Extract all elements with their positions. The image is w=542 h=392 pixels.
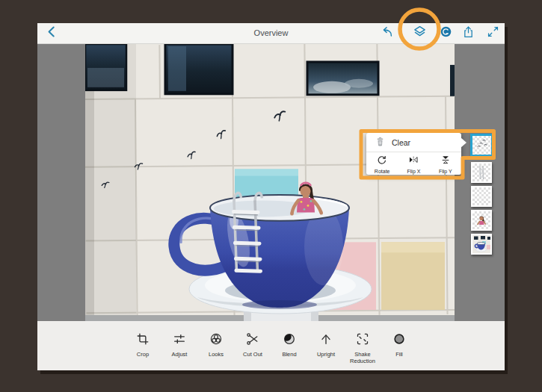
rotate-button[interactable]: Rotate — [366, 155, 398, 175]
app-window: Overview — [37, 23, 505, 370]
adjust-icon — [173, 332, 186, 349]
layer-thumbnail-ladder[interactable] — [471, 162, 492, 183]
undo-icon — [381, 25, 394, 42]
fullscreen-button[interactable] — [483, 23, 502, 43]
tool-crop[interactable]: Crop — [128, 332, 158, 370]
tool-fill[interactable]: Fill — [384, 332, 414, 370]
cut-out-icon — [246, 332, 259, 349]
flip-x-button[interactable]: Flip X — [398, 155, 429, 175]
flip-x-label: Flip X — [407, 169, 421, 174]
creative-cloud-button[interactable] — [436, 23, 455, 43]
tool-cut-out[interactable]: Cut Out — [238, 332, 268, 370]
layer-thumbnail-birds[interactable] — [470, 134, 493, 157]
flip-y-label: Flip Y — [439, 169, 452, 174]
fill-icon — [392, 332, 406, 349]
rotate-label: Rotate — [375, 169, 390, 174]
flip-x-icon — [408, 155, 419, 168]
blend-icon — [283, 332, 296, 349]
clear-label: Clear — [392, 138, 410, 147]
layer-thumbnail-background[interactable] — [471, 234, 492, 255]
share-icon — [462, 25, 475, 42]
tool-shake-reduction[interactable]: Shake Reduction — [348, 332, 378, 370]
bottom-toolbar: Crop Adjust Looks — [37, 321, 505, 370]
flip-y-icon — [440, 155, 451, 168]
share-button[interactable] — [458, 23, 478, 43]
shake-reduction-icon — [356, 332, 369, 349]
editor-canvas: Clear Rotate — [37, 44, 505, 321]
layer-thumbnail-woman[interactable] — [471, 210, 492, 231]
tool-adjust[interactable]: Adjust — [164, 332, 194, 370]
page-title: Overview — [37, 23, 505, 43]
layer-actions-row: Rotate Flip X — [366, 152, 461, 175]
layers-icon — [413, 25, 427, 42]
upright-icon — [319, 332, 333, 349]
looks-icon — [209, 332, 223, 349]
layer-context-menu: Clear Rotate — [366, 133, 461, 175]
layer-thumbnail-blank[interactable] — [471, 186, 492, 207]
clear-menu-item[interactable]: Clear — [366, 133, 461, 152]
expand-icon — [487, 25, 499, 41]
tool-upright[interactable]: Upright — [311, 332, 341, 370]
flip-y-button[interactable]: Flip Y — [430, 155, 461, 175]
layers-button[interactable] — [410, 23, 429, 43]
top-bar: Overview — [37, 23, 505, 44]
rotate-icon — [377, 155, 387, 168]
creative-cloud-icon — [440, 25, 452, 41]
tool-blend[interactable]: Blend — [274, 332, 304, 370]
canvas-photo[interactable] — [85, 44, 455, 321]
undo-button[interactable] — [378, 23, 397, 43]
screenshot-stage: Overview — [0, 0, 542, 392]
crop-icon — [136, 332, 150, 349]
tool-looks[interactable]: Looks — [201, 332, 231, 370]
trash-icon — [375, 136, 385, 149]
